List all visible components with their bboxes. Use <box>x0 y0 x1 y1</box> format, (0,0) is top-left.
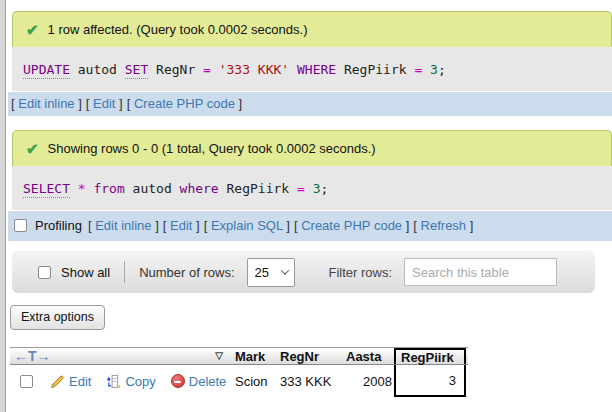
delete-link[interactable]: Delete <box>189 374 227 389</box>
sql-token: UPDATE <box>23 62 70 79</box>
sql-token <box>305 181 313 196</box>
profiling-label: Profiling <box>35 218 82 233</box>
main-content: ✔ 1 row affected. (Query took 0.0002 sec… <box>8 0 612 397</box>
toolbar-link-refresh[interactable]: Refresh <box>421 218 467 233</box>
success-message-bar: ✔ 1 row affected. (Query took 0.0002 sec… <box>12 11 612 47</box>
toolbar-link-explain-sql[interactable]: Explain SQL <box>211 218 283 233</box>
number-of-rows-value: 25 <box>255 265 269 280</box>
delete-icon <box>171 374 185 388</box>
sql-token <box>422 62 430 77</box>
top-gap <box>8 0 612 11</box>
toolbar-link-group: [ Refresh ] <box>413 218 473 233</box>
toolbar-link-group: [ Edit inline ] <box>88 218 159 233</box>
toolbar-link-edit[interactable]: Edit <box>170 218 192 233</box>
toolbar-link-create-php-code[interactable]: Create PHP code <box>134 96 235 111</box>
profiling-checkbox[interactable] <box>14 219 27 232</box>
sql-token: from <box>93 181 124 196</box>
sql-token: = <box>203 62 211 77</box>
sql-token <box>289 62 297 77</box>
sql-token: ; <box>438 62 446 77</box>
cell-regpiirk-selected[interactable]: 3 <box>394 365 466 397</box>
result-box-update: ✔ 1 row affected. (Query took 0.0002 sec… <box>8 11 612 116</box>
toolbar-link-group: [ Explain SQL ] <box>204 218 290 233</box>
sql-token <box>70 181 78 196</box>
header-regnr[interactable]: RegNr <box>278 349 342 364</box>
filter-rows-input[interactable] <box>404 258 557 286</box>
sql-token: ; <box>320 181 328 196</box>
bracket: [ <box>204 218 211 233</box>
success-check-icon: ✔ <box>26 22 39 37</box>
bracket: ] <box>402 218 409 233</box>
show-all-checkbox[interactable] <box>38 266 51 279</box>
table-header-row: ←T→ ▽ Mark RegNr Aasta RegPiirk <box>10 347 468 365</box>
cell-regnr: 333 KKK <box>278 374 342 389</box>
toolbar-link-group: [ Create PHP code ] <box>127 96 242 111</box>
table-row: Edit Copy <box>10 365 468 397</box>
result-box-select: ✔ Showing rows 0 - 0 (1 total, Query too… <box>8 130 612 241</box>
sql-toolbar-links-2: [ Edit inline ][ Edit ][ Explain SQL ][ … <box>88 218 477 233</box>
number-of-rows-label: Number of rows: <box>139 265 234 280</box>
sql-token: = <box>297 181 305 196</box>
sql-token: where <box>180 181 219 196</box>
section-gap <box>8 116 612 130</box>
bracket: ] <box>152 218 159 233</box>
results-table: ←T→ ▽ Mark RegNr Aasta RegPiirk <box>10 347 468 397</box>
number-of-rows-select[interactable]: 25 <box>247 258 295 287</box>
bracket: ] <box>466 218 473 233</box>
bracket: ] <box>115 96 122 111</box>
sql-token: SET <box>125 62 148 79</box>
sql-token: RegNr <box>148 62 203 77</box>
sql-token: RegPiirk <box>336 62 414 77</box>
edit-action[interactable]: Edit <box>50 374 91 389</box>
sql-toolbar-links: [ Edit inline ][ Edit ][ Create PHP code… <box>11 96 246 111</box>
toolbar-link-group: [ Create PHP code ] <box>294 218 409 233</box>
show-all-label: Show all <box>61 265 110 280</box>
sql-token: 3 <box>430 62 438 77</box>
copy-link[interactable]: Copy <box>125 374 155 389</box>
sql-query-select: SELECT * from autod where RegPiirk = 3; <box>12 166 612 210</box>
sql-token: WHERE <box>297 62 336 77</box>
delete-action[interactable]: Delete <box>171 374 227 389</box>
row-actions-cell: Edit Copy <box>10 365 232 397</box>
toolbar-link-edit-inline[interactable]: Edit inline <box>18 96 74 111</box>
column-options-icon[interactable]: ←T→ <box>14 348 51 364</box>
sql-token: SELECT <box>23 181 70 198</box>
sql-token: * <box>78 181 86 196</box>
sql-query-text: UPDATE autod SET RegNr = '333 KKK' WHERE… <box>23 62 446 79</box>
toolbar-link-group: [ Edit inline ] <box>11 96 82 111</box>
header-aasta[interactable]: Aasta <box>342 349 394 364</box>
sql-token <box>211 62 219 77</box>
toolbar-link-group: [ Edit ] <box>163 218 200 233</box>
sql-query-update: UPDATE autod SET RegNr = '333 KKK' WHERE… <box>12 47 612 91</box>
showing-rows-text: Showing rows 0 - 0 (1 total, Query took … <box>48 141 376 156</box>
section-gap-2 <box>8 241 612 251</box>
success-check-icon-2: ✔ <box>26 141 39 156</box>
toolbar-link-create-php-code[interactable]: Create PHP code <box>301 218 402 233</box>
toolbar-link-edit[interactable]: Edit <box>93 96 115 111</box>
sql-toolbar-select: Profiling [ Edit inline ][ Edit ][ Expla… <box>8 211 612 241</box>
sql-token: '333 KKK' <box>219 62 289 77</box>
success-message-text: 1 row affected. (Query took 0.0002 secon… <box>48 22 308 37</box>
sort-icon[interactable]: ▽ <box>215 351 223 361</box>
row-checkbox[interactable] <box>20 375 33 388</box>
toolbar-link-group: [ Edit ] <box>86 96 123 111</box>
filter-rows-label: Filter rows: <box>329 265 393 280</box>
toolbar-link-edit-inline[interactable]: Edit inline <box>95 218 151 233</box>
sql-token: autod <box>125 181 180 196</box>
controls-divider <box>124 261 125 283</box>
bracket: ] <box>283 218 290 233</box>
bracket: [ <box>86 96 93 111</box>
copy-icon <box>106 374 121 389</box>
bracket: ] <box>235 96 242 111</box>
header-mark[interactable]: Mark <box>232 349 278 364</box>
bracket: [ <box>413 218 420 233</box>
header-regpiirk[interactable]: RegPiirk <box>394 348 466 364</box>
bracket: [ <box>163 218 170 233</box>
copy-action[interactable]: Copy <box>106 374 155 389</box>
bracket: ] <box>75 96 82 111</box>
pencil-icon <box>50 374 65 389</box>
frame-divider <box>0 0 6 412</box>
extra-options-button[interactable]: Extra options <box>10 305 105 330</box>
edit-link[interactable]: Edit <box>69 374 91 389</box>
chevron-down-icon <box>280 266 288 274</box>
